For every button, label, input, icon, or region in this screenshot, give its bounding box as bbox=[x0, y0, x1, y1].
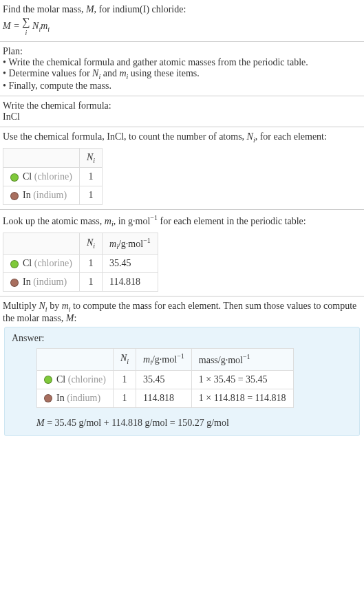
answer-box: Answer: Ni mi/g·mol−1 mass/g·mol−1 Cl (c… bbox=[4, 327, 360, 435]
eq-eq: = bbox=[11, 21, 22, 31]
n-cell: 1 bbox=[79, 273, 102, 292]
chemical-formula: InCl bbox=[3, 111, 361, 122]
var-M: M bbox=[86, 4, 94, 14]
table-row: Cl (chlorine) 1 35.45 bbox=[3, 255, 158, 273]
mass-cell: 1 × 35.45 = 35.45 bbox=[191, 370, 293, 389]
sigma-icon: ∑ bbox=[22, 16, 30, 28]
element-cell: Cl (chlorine) bbox=[3, 255, 80, 273]
mass-cell: 1 × 114.818 = 114.818 bbox=[191, 389, 293, 407]
mass-text: Look up the atomic mass, mi, in g·mol−1 … bbox=[3, 214, 361, 228]
plan-section: Plan: • Write the chemical formula and g… bbox=[0, 42, 364, 96]
table-header-row: Ni bbox=[3, 148, 103, 168]
header-mi: mi/g·mol−1 bbox=[103, 233, 158, 254]
formula-prompt: Write the chemical formula: bbox=[3, 100, 361, 111]
m-cell: 114.818 bbox=[103, 273, 158, 292]
count-table: Ni Cl (chlorine) 1 In (indium) 1 bbox=[3, 148, 103, 206]
table-row: In (indium) 1 bbox=[3, 186, 103, 205]
plan-bullet-3: • Finally, compute the mass. bbox=[3, 80, 361, 91]
element-dot-icon bbox=[44, 376, 52, 384]
text: , for indium(I) chloride: bbox=[94, 4, 186, 14]
header-Ni: Ni bbox=[79, 148, 102, 168]
header-Ni: Ni bbox=[79, 233, 102, 254]
m-cell: 35.45 bbox=[136, 370, 192, 389]
count-section: Use the chemical formula, InCl, to count… bbox=[0, 127, 364, 211]
element-cell: In (indium) bbox=[3, 186, 80, 205]
intro-section: Find the molar mass, M, for indium(I) ch… bbox=[0, 0, 364, 42]
header-element bbox=[3, 148, 80, 168]
answer-label: Answer: bbox=[12, 333, 352, 344]
n-cell: 1 bbox=[79, 168, 102, 186]
header-element bbox=[37, 349, 114, 370]
element-dot-icon bbox=[10, 192, 19, 200]
text: Find the molar mass, bbox=[3, 4, 86, 14]
element-dot-icon bbox=[10, 173, 19, 182]
m-cell: 114.818 bbox=[136, 389, 192, 407]
n-cell: 1 bbox=[79, 255, 102, 273]
table-row: In (indium) 1 114.818 bbox=[3, 273, 158, 292]
element-dot-icon bbox=[44, 394, 52, 402]
header-mass: mass/g·mol−1 bbox=[191, 349, 293, 370]
element-dot-icon bbox=[10, 260, 19, 268]
answer-table: Ni mi/g·mol−1 mass/g·mol−1 Cl (chlorine)… bbox=[36, 348, 294, 407]
atomic-mass-section: Look up the atomic mass, mi, in g·mol−1 … bbox=[0, 210, 364, 296]
header-Ni: Ni bbox=[113, 349, 136, 370]
eq-Ni: Ni bbox=[32, 21, 41, 31]
multiply-text: Multiply Ni by mi to compute the mass fo… bbox=[3, 301, 361, 324]
chemical-formula-section: Write the chemical formula: InCl bbox=[0, 96, 364, 127]
molar-mass-equation: M = ∑ i Nimi bbox=[3, 17, 361, 37]
eq-lhs: M bbox=[3, 21, 11, 31]
answer-content: Ni mi/g·mol−1 mass/g·mol−1 Cl (chlorine)… bbox=[36, 348, 352, 428]
count-text: Use the chemical formula, InCl, to count… bbox=[3, 131, 361, 144]
header-mi: mi/g·mol−1 bbox=[136, 349, 192, 370]
plan-header: Plan: bbox=[3, 46, 361, 57]
element-cell: In (indium) bbox=[3, 273, 80, 292]
n-cell: 1 bbox=[79, 186, 102, 205]
plan-bullet-1: • Write the chemical formula and gather … bbox=[3, 57, 361, 68]
eq-mi: mi bbox=[41, 21, 50, 31]
element-cell: Cl (chlorine) bbox=[37, 370, 114, 389]
table-row: Cl (chlorine) 1 35.45 1 × 35.45 = 35.45 bbox=[37, 370, 294, 389]
plan-bullet-2: • Determine values for Ni and mi using t… bbox=[3, 68, 361, 80]
final-result: M = 35.45 g/mol + 114.818 g/mol = 150.27… bbox=[36, 418, 352, 429]
mass-table: Ni mi/g·mol−1 Cl (chlorine) 1 35.45 In (… bbox=[3, 233, 158, 292]
table-header-row: Ni mi/g·mol−1 bbox=[3, 233, 158, 254]
element-cell: In (indium) bbox=[37, 389, 114, 407]
table-header-row: Ni mi/g·mol−1 mass/g·mol−1 bbox=[37, 349, 294, 370]
m-cell: 35.45 bbox=[103, 255, 158, 273]
sigma-sub: i bbox=[25, 29, 27, 36]
table-row: In (indium) 1 114.818 1 × 114.818 = 114.… bbox=[37, 389, 294, 407]
answer-section: Multiply Ni by mi to compute the mass fo… bbox=[0, 296, 364, 445]
n-cell: 1 bbox=[113, 370, 136, 389]
table-row: Cl (chlorine) 1 bbox=[3, 168, 103, 186]
n-cell: 1 bbox=[113, 389, 136, 407]
intro-line1: Find the molar mass, M, for indium(I) ch… bbox=[3, 4, 361, 15]
header-element bbox=[3, 233, 80, 254]
element-cell: Cl (chlorine) bbox=[3, 168, 80, 186]
element-dot-icon bbox=[10, 279, 19, 287]
